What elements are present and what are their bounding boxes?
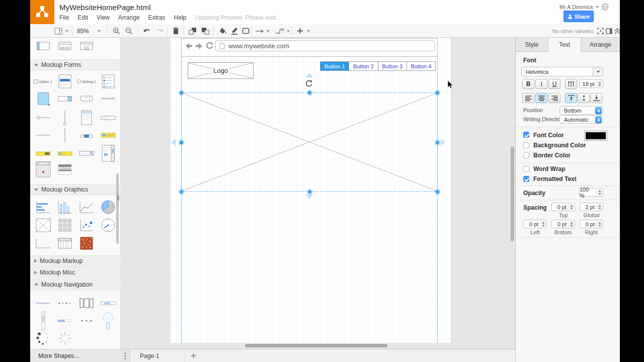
- mockup-button-3[interactable]: Button 3: [378, 62, 407, 70]
- font-size-spinner[interactable]: 18 pt: [579, 79, 603, 88]
- collapse-toolbar-icon[interactable]: [614, 26, 621, 36]
- underline-button[interactable]: U: [548, 79, 560, 89]
- shape-icongrid-thumb[interactable]: [58, 219, 71, 232]
- zoom-in-icon[interactable]: [112, 26, 121, 36]
- more-shapes-button[interactable]: More Shapes...: [30, 349, 121, 362]
- mockup-logo-placeholder[interactable]: Logo: [188, 62, 254, 79]
- pages-menu-button[interactable]: [121, 349, 130, 362]
- mockup-button-1[interactable]: Button 1: [320, 62, 349, 70]
- word-wrap-checkbox[interactable]: [523, 166, 529, 172]
- shape-combobox-thumb[interactable]: [58, 96, 72, 102]
- formatted-text-checkbox[interactable]: [523, 176, 529, 182]
- move-right-arrow-icon[interactable]: [441, 139, 445, 146]
- view-format-button[interactable]: [53, 26, 63, 36]
- resize-handle-w[interactable]: [179, 140, 184, 145]
- spacing-bottom-spinner[interactable]: 0 pt: [551, 220, 575, 228]
- menu-arrange[interactable]: Arrange: [118, 14, 140, 21]
- shape-vslider-thumb[interactable]: [63, 110, 67, 126]
- italic-button[interactable]: I: [535, 79, 547, 89]
- shape-loading-burst-thumb[interactable]: [57, 331, 72, 346]
- resize-handle-ne[interactable]: [435, 90, 440, 95]
- to-back-icon[interactable]: [200, 26, 210, 36]
- sidebar-scrollbar[interactable]: [116, 173, 119, 244]
- view-caret-icon[interactable]: [64, 26, 69, 36]
- sidebar-splitter-handle[interactable]: [117, 195, 119, 201]
- shadow-icon[interactable]: [241, 26, 251, 36]
- spacing-bottom-stepper[interactable]: [568, 221, 574, 227]
- section-mockup-forms[interactable]: Mockup Forms: [30, 59, 121, 70]
- shape-hscrollbar-thumb[interactable]: [100, 301, 116, 305]
- waypoint-style-icon[interactable]: [275, 26, 285, 36]
- insert-icon[interactable]: [296, 26, 304, 36]
- zoom-caret-icon[interactable]: [97, 26, 102, 36]
- canvas-vscrollbar[interactable]: [511, 147, 514, 241]
- mockup-button-bar[interactable]: Button 1 Button 2 Button 3 Button 4: [320, 61, 436, 71]
- menu-help[interactable]: Help: [174, 14, 187, 21]
- writing-direction-stepper[interactable]: [595, 116, 602, 123]
- spacing-left-stepper[interactable]: [540, 221, 546, 227]
- menu-extras[interactable]: Extras: [148, 14, 166, 21]
- shape-vline-thumb[interactable]: [64, 128, 66, 143]
- font-color-swatch[interactable]: [584, 131, 607, 141]
- shape-scrollpane-thumb[interactable]: [102, 145, 115, 162]
- shape-window-thumb[interactable]: [37, 42, 50, 50]
- shape-scatterplot-thumb[interactable]: [79, 219, 94, 231]
- shape-calendar-thumb[interactable]: [36, 161, 51, 177]
- shape-magnifier-thumb[interactable]: [102, 311, 114, 330]
- selected-image-placeholder[interactable]: [181, 93, 438, 192]
- fit-page-icon[interactable]: [597, 26, 604, 36]
- shape-gauge-thumb[interactable]: [101, 218, 116, 233]
- opacity-stepper[interactable]: [596, 189, 602, 196]
- shape-breadcrumb-thumb[interactable]: [35, 301, 51, 305]
- tab-text[interactable]: Text: [548, 38, 581, 52]
- shape-listbox-thumb[interactable]: [81, 110, 92, 125]
- vertical-text-button[interactable]: [565, 79, 577, 89]
- shape-dotted-row-thumb[interactable]: [101, 97, 115, 100]
- menu-file[interactable]: File: [59, 14, 69, 21]
- position-select[interactable]: Bottom: [559, 106, 603, 115]
- insert-caret-icon[interactable]: [306, 26, 311, 36]
- spacing-top-stepper[interactable]: [568, 204, 574, 210]
- resize-handle-s[interactable]: [307, 190, 312, 194]
- font-family-dropdown-icon[interactable]: [593, 67, 603, 76]
- zoom-out-icon[interactable]: [124, 26, 133, 36]
- tab-style[interactable]: Style: [516, 38, 548, 52]
- shape-ellipsis-thumb[interactable]: [80, 319, 93, 322]
- resize-handle-nw[interactable]: [179, 90, 184, 95]
- shape-image-placeholder-thumb[interactable]: [36, 218, 51, 232]
- waypoint-caret-icon[interactable]: [286, 26, 291, 36]
- mockup-button-2[interactable]: Button 2: [349, 62, 378, 70]
- spacing-global-spinner[interactable]: 2 pt: [580, 203, 603, 211]
- spacing-top-spinner[interactable]: 0 pt: [551, 203, 575, 211]
- shape-columnchart-thumb[interactable]: [58, 201, 72, 214]
- opacity-spinner[interactable]: 100 %: [579, 188, 603, 197]
- font-color-checkbox[interactable]: [523, 132, 529, 138]
- add-page-button[interactable]: [187, 349, 199, 362]
- shape-toolbar1-thumb[interactable]: [36, 151, 51, 156]
- delete-icon[interactable]: [171, 26, 180, 36]
- border-color-checkbox[interactable]: [523, 152, 529, 158]
- fill-color-icon[interactable]: [218, 26, 228, 36]
- shape-searchbox-thumb[interactable]: [79, 151, 94, 156]
- menu-edit[interactable]: Edit: [77, 14, 88, 21]
- page-tab[interactable]: Page-1: [130, 349, 185, 362]
- section-mockup-misc[interactable]: Mockup Misc: [30, 267, 121, 278]
- spacing-right-stepper[interactable]: [596, 221, 602, 227]
- shape-vtable-thumb[interactable]: [58, 238, 72, 249]
- shape-menubar-thumb[interactable]: [101, 133, 116, 138]
- shape-coverflow-thumb[interactable]: [79, 298, 94, 309]
- valign-middle-button[interactable]: [578, 93, 590, 103]
- shape-vscrollbar-thumb[interactable]: [41, 311, 45, 330]
- shape-piechart-thumb[interactable]: [101, 200, 116, 215]
- shape-tabbar-thumb[interactable]: [79, 132, 94, 138]
- shape-toolbar2-thumb[interactable]: [57, 151, 72, 156]
- shape-dialog-thumb[interactable]: [58, 42, 71, 50]
- spacing-right-spinner[interactable]: 0 pt: [580, 220, 603, 228]
- mockup-button-4[interactable]: Button 4: [407, 62, 435, 70]
- arrow-caret-icon[interactable]: [266, 26, 271, 36]
- redo-icon[interactable]: [155, 26, 165, 36]
- position-stepper[interactable]: [595, 107, 602, 114]
- shape-step-dots-thumb[interactable]: [57, 301, 72, 306]
- menu-view[interactable]: View: [97, 14, 110, 21]
- user-menu[interactable]: Mr A Dimmick: [559, 3, 609, 11]
